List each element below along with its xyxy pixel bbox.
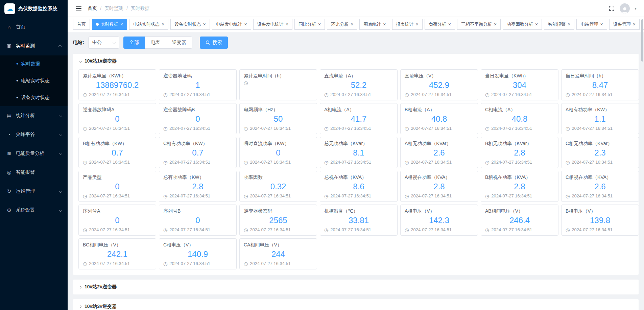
metric-value: 2.8 <box>485 147 554 158</box>
section-header[interactable]: 10#站1#逆变器 <box>73 54 639 69</box>
sidebar-subitem[interactable]: •设备实时状态 <box>0 89 68 106</box>
avatar[interactable] <box>620 3 630 14</box>
close-icon[interactable]: × <box>351 22 353 27</box>
sidebar-item[interactable]: ⚙系统设置 <box>0 201 68 220</box>
tab[interactable]: 负荷分析× <box>425 19 455 30</box>
close-icon[interactable]: × <box>383 22 386 27</box>
metric-value: 242.1 <box>83 249 152 259</box>
tab[interactable]: 图表统计× <box>359 19 390 30</box>
close-icon[interactable]: × <box>633 22 636 27</box>
close-icon[interactable]: × <box>448 22 451 27</box>
metric-timestamp: ◷2024-07-27 16:34:51 <box>163 227 232 232</box>
sidebar-item[interactable]: ▣实时监测 <box>0 37 68 55</box>
close-icon[interactable]: × <box>535 22 538 27</box>
sidebar-item[interactable]: ≋电能质量分析 <box>0 144 68 163</box>
tab[interactable]: 电站实时状态× <box>129 19 168 30</box>
tab[interactable]: 同比分析× <box>294 19 325 30</box>
metric-value: 244 <box>244 249 313 259</box>
close-icon[interactable]: × <box>600 22 603 27</box>
metric-title: 累计发电量（KWh） <box>83 73 152 79</box>
tab[interactable]: 报表统计× <box>392 19 423 30</box>
tab[interactable]: 设备发电统计× <box>253 19 292 30</box>
chevron-right-icon <box>78 305 82 308</box>
sidebar-item[interactable]: ◔尖峰平谷 <box>0 125 68 144</box>
metric-time-text: 2024-07-27 16:34:51 <box>250 261 291 266</box>
metric-value: 304 <box>485 80 554 90</box>
section-header[interactable]: 10#站2#逆变器 <box>73 280 639 294</box>
metric-value: 13889760.2 <box>83 80 152 90</box>
metric-time-text: 2024-07-27 16:34:51 <box>169 193 210 198</box>
clock-icon: ◷ <box>83 194 87 198</box>
breadcrumb-item: 实时数据 <box>131 5 150 11</box>
tab[interactable]: 设备实时状态× <box>170 19 210 30</box>
fullscreen-icon[interactable] <box>609 5 615 11</box>
metric-card: 累计发电量（KWh）13889760.2◷2024-07-27 16:34:51 <box>78 69 156 100</box>
clock-icon: ◷ <box>83 92 87 97</box>
tab[interactable]: 实时数据× <box>92 19 127 30</box>
close-icon[interactable]: × <box>494 22 497 27</box>
metric-time-text: 2024-07-27 16:34:51 <box>491 193 532 198</box>
tab[interactable]: 设备管理× <box>609 19 640 30</box>
device-type-button[interactable]: 逆变器 <box>166 37 192 49</box>
device-type-button[interactable]: 电表 <box>145 37 166 49</box>
chevron-down-icon[interactable]: ▾ <box>635 6 637 11</box>
metric-title: A相电压（V） <box>405 208 474 214</box>
close-icon[interactable]: × <box>203 22 206 27</box>
close-icon[interactable]: × <box>568 22 570 27</box>
close-icon[interactable]: × <box>318 22 321 27</box>
close-icon[interactable]: × <box>162 22 164 27</box>
sidebar-collapse-icon[interactable] <box>75 5 82 12</box>
tab[interactable]: 电站发电统计× <box>212 19 251 30</box>
close-icon[interactable]: × <box>416 22 419 27</box>
tab[interactable]: 功率因数分析× <box>503 19 542 30</box>
tab[interactable]: 电站管理× <box>576 19 607 30</box>
breadcrumb-item[interactable]: 首页 <box>88 5 97 11</box>
sidebar-item[interactable]: ◎智能报警 <box>0 163 68 182</box>
breadcrumb-separator: / <box>126 6 128 11</box>
tab[interactable]: 智能报警× <box>544 19 574 30</box>
peak-valley-icon: ◔ <box>6 132 12 138</box>
page-scrollbar[interactable] <box>641 17 644 310</box>
metric-card: BC相间电压（V）242.1◷2024-07-27 16:34:51 <box>78 238 156 269</box>
clock-icon: ◷ <box>83 160 87 165</box>
tab-label: 设备管理 <box>613 21 631 27</box>
metric-card: C相电流（A）40.8◷2024-07-27 16:34:51 <box>481 103 558 134</box>
device-type-button[interactable]: 全部 <box>123 37 145 49</box>
station-select[interactable]: 中公 <box>88 37 119 49</box>
metric-time-text: 2024-07-27 16:34:51 <box>411 193 452 198</box>
scrollbar-thumb[interactable] <box>641 19 643 62</box>
station-select-value: 中公 <box>92 40 102 46</box>
section-header[interactable]: 10#站3#逆变器 <box>73 299 639 310</box>
tab[interactable]: 首页 <box>73 19 90 30</box>
search-button[interactable]: 搜索 <box>200 37 228 49</box>
sidebar-item[interactable]: ↻运维管理 <box>0 182 68 201</box>
sidebar-subitem-label: 实时数据 <box>21 61 40 67</box>
sidebar-subitem[interactable]: •电站实时状态 <box>0 72 68 89</box>
logo-row: ☁ 光伏数据监控系统 <box>0 0 68 18</box>
filter-row: 电站: 中公 全部电表逆变器 搜索 <box>73 37 639 49</box>
metric-title: C相有功功率（KW） <box>163 141 232 147</box>
close-icon[interactable]: × <box>286 22 288 27</box>
clock-icon: ◷ <box>405 126 409 131</box>
metric-time-text: 2024-07-27 16:34:51 <box>411 227 452 232</box>
close-icon[interactable]: × <box>120 22 123 27</box>
metric-title: B相电流（A） <box>405 107 474 113</box>
metric-value: 8.1 <box>324 147 393 158</box>
metric-value: 0 <box>244 147 313 158</box>
chevron-right-icon <box>78 285 82 289</box>
sidebar-item[interactable]: ▤统计分析 <box>0 106 68 125</box>
metric-title: B相无功功率（KVar） <box>485 141 554 147</box>
metric-value: 40.8 <box>485 114 554 124</box>
sidebar-subitem[interactable]: •实时数据 <box>0 55 68 72</box>
tab[interactable]: 环比分析× <box>327 19 357 30</box>
tab-label: 图表统计 <box>363 21 381 27</box>
metric-timestamp: ◷2024-07-27 16:34:51 <box>163 261 232 266</box>
search-icon <box>206 40 210 45</box>
metric-timestamp: ◷2024-07-27 16:34:51 <box>324 92 393 97</box>
close-icon[interactable]: × <box>244 22 247 27</box>
sidebar-item[interactable]: ⌂首页 <box>0 18 68 37</box>
tab[interactable]: 三相不平衡分析× <box>457 19 501 30</box>
clock-icon: ◷ <box>405 160 409 165</box>
metric-timestamp: ◷2024-07-27 16:34:51 <box>485 126 554 131</box>
sidebar-item-label: 尖峰平谷 <box>16 132 35 138</box>
